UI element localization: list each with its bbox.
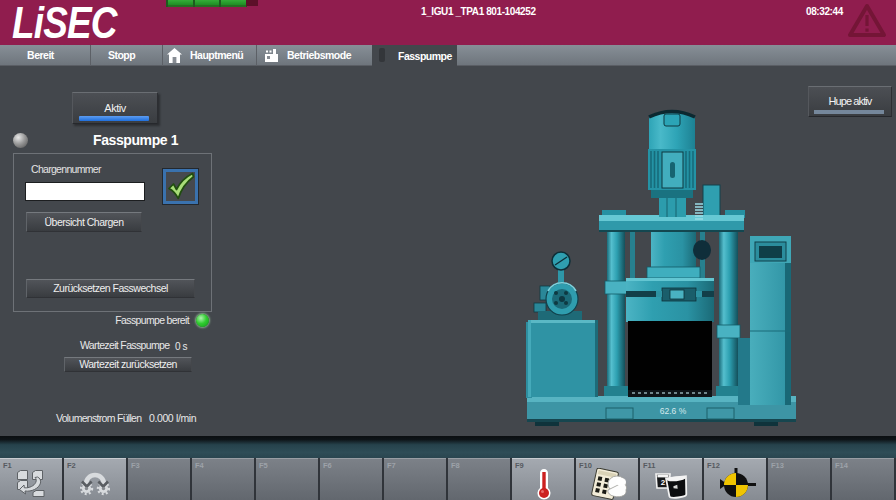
svg-text:62.6 %: 62.6 % (660, 406, 687, 416)
svg-text:2: 2 (661, 478, 666, 487)
